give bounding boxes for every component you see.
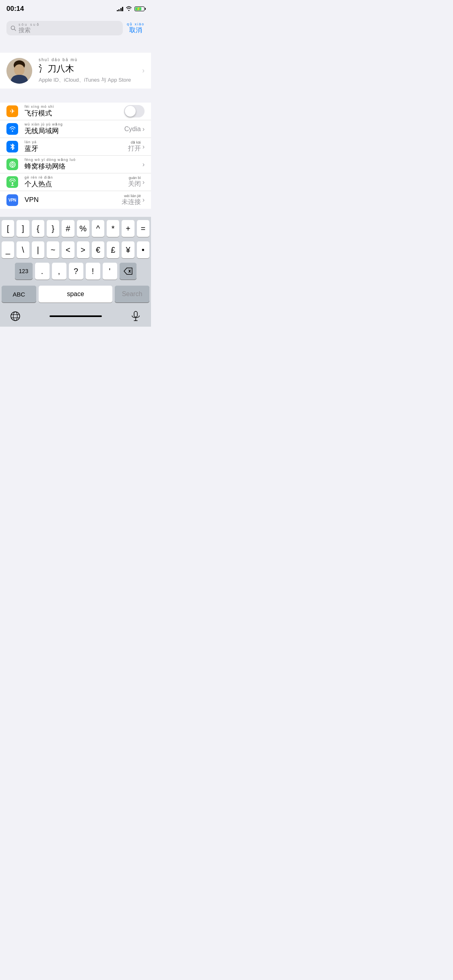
globe-key[interactable] <box>6 307 24 325</box>
search-icon <box>10 25 16 31</box>
airplane-label: fēi xíng mó shì 飞行模式 <box>25 105 124 118</box>
key-bullet[interactable]: • <box>137 241 149 258</box>
profile-chevron: › <box>142 66 145 75</box>
cancel-button[interactable]: qǔ xiāo 取消 <box>127 22 145 35</box>
status-bar: 00:14 ⚡ <box>0 0 151 18</box>
key-asterisk[interactable]: * <box>107 220 119 237</box>
key-yen[interactable]: ¥ <box>122 241 134 258</box>
keyboard-bottom-row: ABC space Search <box>0 286 151 303</box>
search-placeholder: sōu suǒ 搜索 <box>19 23 40 34</box>
cellular-icon <box>6 159 18 170</box>
settings-list: ✈ fēi xíng mó shì 飞行模式 wú xiàn jú yù wǎn… <box>0 103 151 209</box>
settings-item-airplane[interactable]: ✈ fēi xíng mó shì 飞行模式 <box>0 103 151 120</box>
profile-subtitle: Apple ID、iCloud、iTunes 与 App Store <box>39 76 136 84</box>
svg-rect-19 <box>134 311 137 317</box>
settings-item-bluetooth[interactable]: lán yá 蓝牙 dǎ kāi 打开 › <box>0 138 151 156</box>
key-question[interactable]: ? <box>69 263 83 280</box>
svg-point-7 <box>12 164 13 165</box>
mic-key[interactable] <box>127 307 145 325</box>
search-input[interactable]: sōu suǒ 搜索 <box>6 21 123 35</box>
airplane-toggle[interactable] <box>124 105 145 117</box>
key-backslash[interactable]: \ <box>17 241 29 258</box>
wifi-status-icon <box>126 6 132 12</box>
status-time: 00:14 <box>6 5 24 13</box>
key-space[interactable]: space <box>39 286 112 303</box>
cellular-label: fēng wō yí dòng wǎng luò 蜂窝移动网络 <box>25 158 143 171</box>
search-bar-container: sōu suǒ 搜索 qǔ xiāo 取消 <box>0 18 151 39</box>
key-euro[interactable]: € <box>92 241 104 258</box>
delete-key[interactable] <box>120 263 137 280</box>
wifi-label: wú xiàn jú yù wǎng 无线局域网 <box>25 122 124 136</box>
key-close-bracket[interactable]: ] <box>17 220 29 237</box>
hotspot-icon <box>6 176 18 188</box>
key-open-brace[interactable]: { <box>32 220 44 237</box>
airplane-icon: ✈ <box>6 105 18 117</box>
keyboard-function-row <box>0 306 151 327</box>
svg-line-1 <box>14 29 16 31</box>
vpn-label: VPN <box>25 196 122 204</box>
key-underscore[interactable]: _ <box>2 241 14 258</box>
svg-point-15 <box>11 312 20 321</box>
key-pound[interactable]: £ <box>107 241 119 258</box>
section-gap-2 <box>0 89 151 103</box>
settings-item-wifi[interactable]: wú xiàn jú yù wǎng 无线局域网 Cydia › <box>0 120 151 138</box>
settings-item-vpn[interactable]: VPN VPN wèi lián jiē 未连接 › <box>0 191 151 209</box>
key-close-brace[interactable]: } <box>47 220 59 237</box>
key-less-than[interactable]: < <box>62 241 74 258</box>
key-open-bracket[interactable]: [ <box>2 220 14 237</box>
key-pipe[interactable]: | <box>32 241 44 258</box>
key-percent[interactable]: % <box>77 220 89 237</box>
profile-name: 氵刀八木 <box>39 63 136 75</box>
key-plus[interactable]: + <box>122 220 134 237</box>
keyboard: [ ] { } # % ^ * + = _ \ | ~ < > € £ ¥ • … <box>0 217 151 327</box>
svg-point-16 <box>13 312 17 321</box>
status-icons: ⚡ <box>117 6 145 12</box>
vpn-icon: VPN <box>6 194 18 206</box>
key-comma[interactable]: , <box>52 263 66 280</box>
keyboard-row-1: [ ] { } # % ^ * + = <box>2 220 149 237</box>
home-indicator <box>50 315 102 317</box>
wifi-value: Cydia › <box>124 126 145 133</box>
key-123[interactable]: 123 <box>15 263 33 280</box>
keyboard-row-3: 123 . , ? ! ' <box>2 263 149 280</box>
battery-icon: ⚡ <box>134 6 145 11</box>
profile-info: shuǐ dāo bā mù 氵刀八木 Apple ID、iCloud、iTun… <box>39 58 136 84</box>
svg-point-4 <box>14 64 25 76</box>
key-abc[interactable]: ABC <box>2 286 36 303</box>
key-equals[interactable]: = <box>137 220 149 237</box>
section-gap-1 <box>0 39 151 53</box>
keyboard-row-2: _ \ | ~ < > € £ ¥ • <box>2 241 149 258</box>
key-search[interactable]: Search <box>115 286 149 303</box>
key-tilde[interactable]: ~ <box>47 241 59 258</box>
avatar <box>6 58 32 84</box>
bluetooth-label: lán yá 蓝牙 <box>25 140 128 153</box>
key-hash[interactable]: # <box>62 220 74 237</box>
key-caret[interactable]: ^ <box>92 220 104 237</box>
settings-item-cellular[interactable]: fēng wō yí dòng wǎng luò 蜂窝移动网络 › <box>0 156 151 173</box>
bluetooth-icon <box>6 141 18 152</box>
bluetooth-value: dǎ kāi 打开 › <box>128 140 145 153</box>
vpn-value: wèi lián jiē 未连接 › <box>122 194 145 206</box>
hotspot-value: guān bì 关闭 › <box>128 176 145 188</box>
cellular-value: › <box>143 161 145 168</box>
wifi-settings-icon <box>6 123 18 135</box>
signal-icon <box>117 6 124 11</box>
profile-section: shuǐ dāo bā mù 氵刀八木 Apple ID、iCloud、iTun… <box>0 53 151 89</box>
key-greater-than[interactable]: > <box>77 241 89 258</box>
key-exclamation[interactable]: ! <box>86 263 100 280</box>
hotspot-label: gè rén rè diǎn 个人热点 <box>25 175 128 189</box>
key-period[interactable]: . <box>35 263 50 280</box>
profile-row[interactable]: shuǐ dāo bā mù 氵刀八木 Apple ID、iCloud、iTun… <box>0 53 151 89</box>
settings-item-hotspot[interactable]: gè rén rè diǎn 个人热点 guān bì 关闭 › <box>0 173 151 191</box>
key-apostrophe[interactable]: ' <box>103 263 117 280</box>
